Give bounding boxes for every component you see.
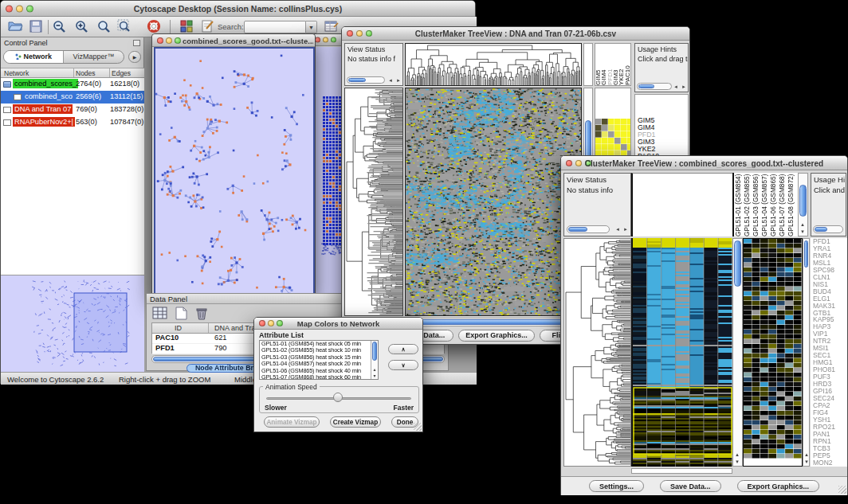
attribute-list-item[interactable]: GPL51-02 (GSM855) heat shock 10 min [260, 347, 378, 354]
attribute-list-item[interactable]: GPL51-04 (GSM857) heat shock 20 min [260, 361, 378, 367]
column-label[interactable]: GPL51-08 (GSM872) [787, 173, 795, 236]
treeview2-titlebar[interactable]: ClusterMaker TreeView : combined_scores_… [561, 156, 847, 170]
dialog-titlebar[interactable]: Map Colors to Network [254, 318, 422, 330]
treeview2-heatmap[interactable] [631, 238, 732, 467]
network1-canvas[interactable] [155, 49, 313, 295]
gene-label[interactable]: MON2 [813, 459, 847, 467]
float-panel-icon[interactable] [133, 40, 140, 46]
similarity-matrix[interactable] [595, 119, 630, 157]
help-ring-icon[interactable] [147, 19, 163, 35]
treeview2-hscrollbar[interactable] [631, 468, 732, 474]
network-tree-row[interactable]: RNAPuberNov2+| 563(0) 107847(0) [1, 116, 144, 129]
create-vizmap-button[interactable]: Create Vizmap [330, 416, 381, 428]
column-label[interactable]: GPL51-04 (GSM857) [760, 173, 769, 236]
zoom-selected-icon[interactable] [117, 19, 133, 35]
attribute-list-item[interactable]: GPL51-06 (GSM865) heat shock 40 min [260, 368, 378, 374]
scroll-left-arrow[interactable]: ◂ [614, 226, 622, 232]
treeview2-top-vscrollbar[interactable]: ▴ ▾ [798, 173, 808, 236]
attribute-list-item[interactable]: GPL51-01 (GSM854) heat shock 05 min [260, 341, 378, 347]
overview-canvas[interactable] [1, 275, 143, 370]
view-status-hscrollbar[interactable] [347, 76, 385, 84]
treeview2-row-dendrogram[interactable] [563, 238, 631, 467]
scroll-right-arrow[interactable]: ▸ [622, 226, 630, 232]
scroll-down-arrow[interactable]: ▾ [799, 229, 807, 235]
treeview1-column-dendrogram[interactable] [405, 43, 582, 86]
column-label[interactable]: GPL51-07 (GSM868) [778, 173, 787, 236]
network2-canvas-frame[interactable] [312, 47, 344, 298]
annotation-icon[interactable] [200, 19, 216, 35]
animate-vizmap-button[interactable]: Animate Vizmap [264, 416, 320, 428]
data-panel-newdoc-icon[interactable] [172, 306, 190, 321]
column-label[interactable]: GPL51-06 (GSM865) [769, 173, 778, 236]
treeview1-hscrollbar[interactable] [405, 318, 582, 326]
tab-overflow-button[interactable]: ▶ [128, 51, 141, 63]
column-label[interactable]: GIM4 [601, 44, 607, 85]
zoom-button[interactable] [175, 37, 181, 44]
move-down-button[interactable]: ∨ [388, 360, 418, 370]
column-label[interactable]: PAC10 [625, 44, 630, 85]
network-tree-row[interactable]: combined_sco 2569(6) 13112(15) [1, 91, 144, 104]
tab-vizmapper[interactable]: VizMapper™ [64, 51, 124, 63]
zoom-fit-icon[interactable] [96, 19, 112, 35]
zoom-in-icon[interactable] [74, 19, 90, 35]
attribute-list-vscrollbar[interactable]: ▴ ▾ [371, 341, 378, 379]
data-panel-trash-icon[interactable] [193, 306, 210, 321]
network2-canvas[interactable] [313, 47, 344, 298]
scroll-left-arrow[interactable]: ◂ [672, 84, 680, 90]
scroll-up-arrow[interactable]: ▴ [803, 451, 811, 458]
vizmap-palette-icon[interactable] [179, 19, 195, 35]
network1-canvas-frame[interactable] [154, 47, 315, 296]
scroll-up-arrow[interactable]: ▴ [371, 366, 379, 373]
treeview1-titlebar[interactable]: ClusterMaker TreeView : DNA and Tran 07-… [342, 27, 689, 41]
treeview2-button[interactable]: Settings... [589, 480, 644, 492]
move-up-button[interactable]: ∧ [388, 344, 418, 354]
treeview2-vscrollbar[interactable]: ▴ ▾ [732, 238, 743, 467]
column-label[interactable]: PFD1 [607, 44, 613, 85]
network-table-header[interactable]: Network Nodes Edges [1, 68, 144, 78]
treeview2-button[interactable]: Save Data... [660, 480, 721, 492]
column-label[interactable]: GPL51-03 (GSM856) [752, 173, 760, 236]
export-graphics-button[interactable]: Export Graphics... [458, 330, 535, 342]
treeview2-detail-vscrollbar[interactable]: ▴ ▾ [803, 238, 810, 467]
resize-grip[interactable] [838, 486, 846, 494]
main-titlebar[interactable]: Cytoscape Desktop (Session Name: collins… [1, 1, 475, 17]
column-label[interactable]: GPL51-02 (GSM855) [743, 173, 752, 236]
attribute-list[interactable]: GPL51-01 (GSM854) heat shock 05 minGPL51… [259, 340, 379, 380]
scroll-up-arrow[interactable]: ▴ [733, 451, 741, 458]
network-tree-row[interactable]: combined_scores_ 2764(0) 16218(0) [1, 78, 144, 91]
save-session-button[interactable] [28, 19, 44, 35]
scroll-down-arrow[interactable]: ▾ [733, 459, 741, 465]
view-status-hscrollbar[interactable] [567, 225, 610, 233]
scrollbar-thumb[interactable] [372, 342, 377, 361]
tab-network[interactable]: Network [4, 51, 64, 63]
minimize-button[interactable] [323, 37, 328, 43]
data-panel-table-icon[interactable] [151, 306, 169, 321]
scrollbar-thumb[interactable] [734, 240, 741, 287]
column-label[interactable]: GPL51-01 (GSM854) [734, 173, 743, 236]
network-tree-row[interactable]: DNA and Tran 07 769(0) 183728(0) [1, 104, 144, 116]
search-dropdown-button[interactable]: ▼ [306, 21, 317, 33]
zoom-out-icon[interactable] [52, 19, 68, 35]
scroll-right-arrow[interactable]: ▸ [395, 77, 402, 84]
usage-hscrollbar[interactable] [813, 225, 843, 233]
usage-hscrollbar[interactable] [637, 83, 672, 90]
treeview1-row-dendrogram[interactable] [344, 88, 403, 316]
scroll-up-arrow[interactable]: ▴ [799, 221, 807, 228]
close-button[interactable] [315, 37, 320, 43]
scroll-left-arrow[interactable]: ◂ [387, 77, 395, 84]
speed-slider-thumb[interactable] [333, 393, 343, 402]
scrollbar-thumb[interactable] [799, 185, 807, 217]
minimize-button[interactable] [166, 37, 172, 44]
open-session-button[interactable] [7, 19, 23, 35]
scroll-down-arrow[interactable]: ▾ [803, 459, 811, 465]
resize-grip[interactable] [414, 423, 422, 431]
attribute-list-item[interactable]: GPL51-07 (GSM868) heat shock 60 min [260, 374, 378, 380]
attribute-browser-icon[interactable] [324, 19, 340, 35]
scroll-down-arrow[interactable]: ▾ [371, 373, 379, 379]
treeview2-button[interactable]: Export Graphics... [737, 480, 820, 492]
treeview2-detail-heatmap[interactable] [743, 238, 803, 467]
network-overview-panel[interactable] [1, 275, 144, 372]
treeview2-column-dendrogram[interactable] [631, 173, 732, 236]
zoom-button[interactable] [331, 37, 336, 43]
close-button[interactable] [157, 37, 163, 44]
